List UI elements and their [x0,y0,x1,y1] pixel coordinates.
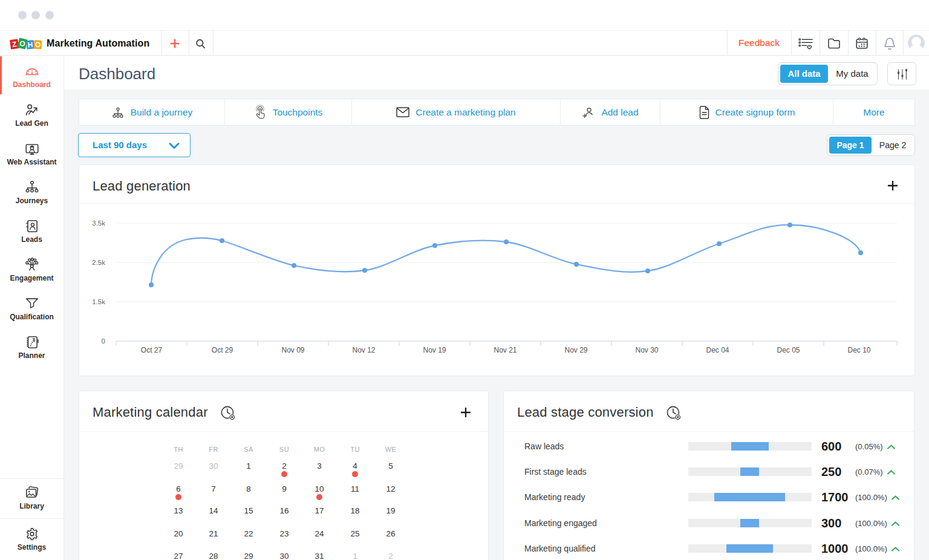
svg-text:Nov 29: Nov 29 [564,346,587,354]
svg-text:Dec 04: Dec 04 [706,346,729,354]
svg-text:Dec 05: Dec 05 [777,346,800,354]
svg-text:Nov 09: Nov 09 [281,346,304,354]
svg-text:0: 0 [102,337,105,345]
svg-text:Nov 21: Nov 21 [494,346,517,354]
svg-text:3.5k: 3.5k [92,220,105,227]
svg-text:Nov 19: Nov 19 [423,346,446,354]
svg-text:Oct 29: Oct 29 [212,346,233,354]
svg-text:Nov 12: Nov 12 [352,346,375,354]
svg-text:2.5k: 2.5k [92,259,105,266]
svg-text:1.5k: 1.5k [92,298,105,305]
svg-text:Dec 10: Dec 10 [847,346,870,354]
svg-text:Oct 27: Oct 27 [141,346,163,354]
svg-text:H: H [27,41,33,50]
svg-text:Nov 30: Nov 30 [635,346,658,354]
svg-text:O: O [35,41,41,49]
